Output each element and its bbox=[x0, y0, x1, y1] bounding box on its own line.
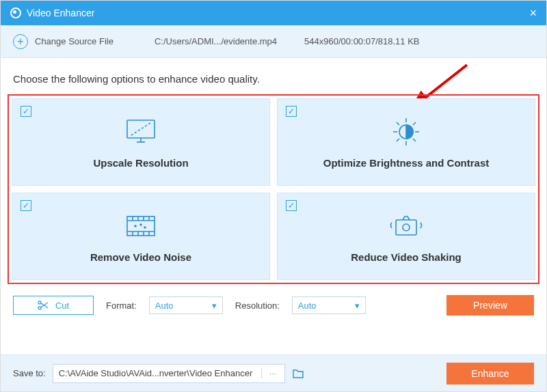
card-optimize-brightness[interactable]: ✓ Optimize Brightness and Contrast bbox=[277, 98, 535, 186]
svg-point-29 bbox=[403, 224, 410, 231]
browse-button[interactable]: ··· bbox=[261, 368, 284, 378]
chevron-down-icon: ▾ bbox=[212, 300, 217, 311]
svg-rect-1 bbox=[127, 120, 155, 138]
titlebar: Video Enhancer × bbox=[1, 1, 546, 25]
svg-line-13 bbox=[413, 122, 416, 125]
footer-bar: Save to: C:\AVAide Studio\AVAid...nverte… bbox=[1, 354, 546, 391]
checkbox-icon[interactable]: ✓ bbox=[286, 106, 297, 117]
format-value: Auto bbox=[155, 300, 174, 311]
options-grid: ✓ Upscale Resolution ✓ Optimize Brightne… bbox=[12, 98, 535, 280]
card-label: Upscale Resolution bbox=[93, 157, 188, 169]
svg-point-26 bbox=[140, 224, 142, 225]
open-folder-icon[interactable] bbox=[292, 368, 304, 379]
resolution-label: Resolution: bbox=[235, 300, 280, 311]
saveto-path-input[interactable]: C:\AVAide Studio\AVAid...nverter\Video E… bbox=[53, 364, 285, 383]
svg-line-33 bbox=[41, 303, 48, 307]
source-file-bar: + Change Source File C:/Users/ADMI.../ev… bbox=[1, 25, 546, 58]
camera-shake-icon bbox=[388, 210, 425, 242]
svg-point-25 bbox=[135, 225, 136, 227]
instruction-text: Choose the following options to enhance … bbox=[1, 58, 546, 94]
saveto-path-text: C:\AVAide Studio\AVAid...nverter\Video E… bbox=[53, 368, 261, 378]
svg-line-12 bbox=[397, 139, 399, 141]
change-source-button[interactable]: Change Source File bbox=[35, 36, 114, 46]
resolution-select[interactable]: Auto ▾ bbox=[292, 296, 366, 314]
checkbox-icon[interactable]: ✓ bbox=[21, 200, 31, 211]
preview-button[interactable]: Preview bbox=[446, 295, 534, 316]
svg-point-30 bbox=[38, 301, 41, 304]
brightness-icon bbox=[389, 116, 423, 148]
svg-point-31 bbox=[38, 307, 41, 309]
options-highlight-box: ✓ Upscale Resolution ✓ Optimize Brightne… bbox=[8, 94, 539, 284]
close-icon[interactable]: × bbox=[529, 6, 537, 20]
svg-line-10 bbox=[397, 122, 399, 125]
svg-rect-14 bbox=[127, 216, 155, 236]
checkbox-icon[interactable]: ✓ bbox=[286, 200, 297, 211]
enhance-button[interactable]: Enhance bbox=[446, 363, 534, 384]
resolution-value: Auto bbox=[298, 300, 317, 311]
monitor-icon bbox=[124, 116, 157, 148]
svg-line-32 bbox=[41, 303, 48, 308]
cut-button[interactable]: Cut bbox=[13, 296, 94, 315]
window-title: Video Enhancer bbox=[27, 8, 94, 18]
card-remove-noise[interactable]: ✓ Remove Video Noise bbox=[12, 193, 270, 280]
format-select[interactable]: Auto ▾ bbox=[149, 296, 223, 314]
app-window: Video Enhancer × + Change Source File C:… bbox=[0, 0, 547, 392]
svg-point-27 bbox=[144, 227, 146, 228]
cut-label: Cut bbox=[55, 300, 69, 311]
palette-icon bbox=[10, 8, 21, 18]
card-label: Optimize Brightness and Contrast bbox=[323, 157, 490, 169]
source-meta: 544x960/00:00:07/818.11 KB bbox=[304, 36, 419, 46]
svg-rect-28 bbox=[396, 220, 416, 235]
checkbox-icon[interactable]: ✓ bbox=[21, 106, 31, 117]
card-reduce-shaking[interactable]: ✓ Reduce Video Shaking bbox=[277, 193, 535, 280]
saveto-label: Save to: bbox=[13, 368, 46, 378]
film-noise-icon bbox=[123, 210, 159, 242]
scissors-icon bbox=[38, 300, 49, 310]
card-upscale-resolution[interactable]: ✓ Upscale Resolution bbox=[12, 98, 270, 186]
svg-line-2 bbox=[131, 123, 150, 135]
format-label: Format: bbox=[106, 300, 137, 311]
chevron-down-icon: ▾ bbox=[355, 300, 360, 311]
card-label: Reduce Video Shaking bbox=[351, 251, 461, 263]
add-icon[interactable]: + bbox=[13, 34, 28, 49]
source-path: C:/Users/ADMI.../evidente.mp4 bbox=[155, 36, 277, 46]
svg-line-11 bbox=[413, 139, 416, 141]
toolbar: Cut Format: Auto ▾ Resolution: Auto ▾ Pr… bbox=[1, 284, 546, 326]
card-label: Remove Video Noise bbox=[90, 251, 191, 263]
